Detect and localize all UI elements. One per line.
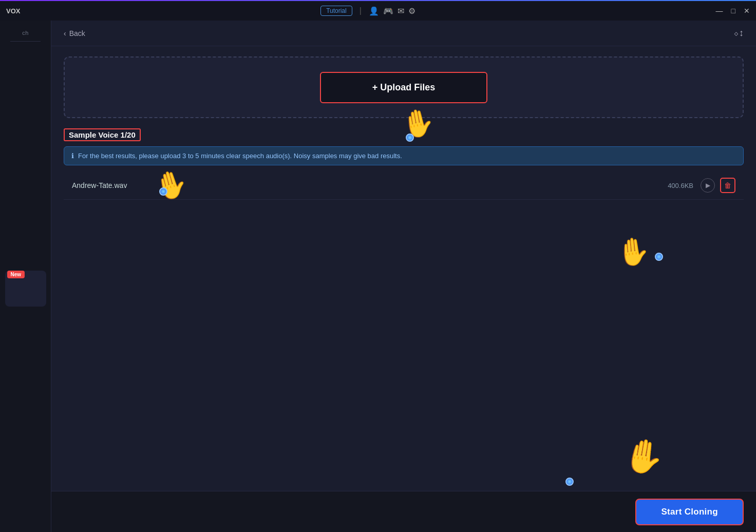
top-bar: ‹ Back ⬦↕	[51, 21, 756, 46]
upload-zone[interactable]: + Upload Files	[64, 56, 744, 118]
settings-icon[interactable]: ⚙	[408, 6, 415, 16]
info-icon: ℹ	[71, 152, 74, 160]
cursor-hand-delete: 🤚	[615, 235, 651, 269]
tools-icon[interactable]: ⬦↕	[733, 28, 744, 39]
sidebar-divider	[10, 41, 41, 42]
file-name: Andrew-Tate.wav	[72, 181, 668, 189]
info-bar: ℹ For the best results, please upload 3 …	[64, 146, 744, 165]
minimize-button[interactable]: —	[716, 7, 723, 15]
back-button[interactable]: ‹ Back	[64, 29, 85, 37]
sample-voice-label: Sample Voice 1/20	[64, 128, 141, 141]
main-content: ‹ Back ⬦↕ + Upload Files Sample Voice 1/…	[51, 21, 756, 532]
tutorial-button[interactable]: Tutorial	[320, 6, 352, 16]
window-controls: — □ ✕	[716, 7, 750, 15]
new-badge: New	[7, 271, 25, 278]
file-list-item: Andrew-Tate.wav 400.6KB ▶ 🗑	[64, 172, 744, 200]
bottom-bar: Start Cloning	[51, 491, 756, 532]
close-button[interactable]: ✕	[744, 7, 750, 15]
content-area: + Upload Files Sample Voice 1/20 ℹ For t…	[51, 46, 756, 210]
discord-icon[interactable]: 🎮	[383, 6, 393, 16]
cursor-dot-delete	[655, 253, 663, 261]
back-label: Back	[69, 29, 85, 37]
sidebar-new-item[interactable]: New	[5, 271, 46, 307]
mail-icon[interactable]: ✉	[398, 6, 404, 16]
app-name: VOX	[6, 7, 20, 15]
sidebar: ch New	[0, 21, 51, 532]
upload-files-button[interactable]: + Upload Files	[320, 72, 488, 103]
start-cloning-button[interactable]: Start Cloning	[635, 499, 744, 525]
info-text: For the best results, please upload 3 to…	[78, 152, 402, 160]
delete-button[interactable]: 🗑	[720, 178, 735, 193]
file-size: 400.6KB	[668, 182, 693, 189]
back-arrow: ‹	[64, 29, 66, 37]
play-button[interactable]: ▶	[701, 178, 715, 193]
title-bar: VOX Tutorial | 👤 🎮 ✉ ⚙ — □ ✕	[0, 0, 756, 21]
maximize-button[interactable]: □	[731, 7, 735, 15]
user-icon[interactable]: 👤	[369, 6, 379, 16]
title-bar-left: VOX	[6, 7, 20, 15]
sidebar-search-label: ch	[22, 30, 29, 36]
title-bar-center: Tutorial | 👤 🎮 ✉ ⚙	[320, 6, 415, 16]
file-actions: ▶ 🗑	[701, 178, 735, 193]
